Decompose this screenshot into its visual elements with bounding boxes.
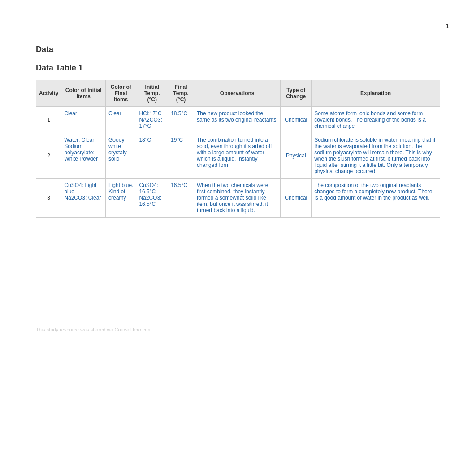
cell-color-final: Clear [106, 107, 136, 133]
section-title: Data [36, 45, 440, 54]
cell-explanation: The composition of the two original reac… [312, 179, 440, 218]
header-color-initial: Color of Initial Items [61, 80, 106, 107]
cell-final-temp: 16.5°C [168, 179, 194, 218]
cell-explanation: Some atoms form ionic bonds and some for… [312, 107, 440, 133]
cell-initial-temp: 18°C [136, 133, 168, 179]
header-color-final: Color of Final Items [106, 80, 136, 107]
header-initial-temp: Initial Temp. (°C) [136, 80, 168, 107]
header-activity: Activity [36, 80, 61, 107]
cell-color-final: Light blue. Kind of creamy [106, 179, 136, 218]
table-row: 2Water: ClearSodium polyacrylate: White … [36, 133, 440, 179]
cell-initial-temp: CuSO4: 16.5°CNa2CO3: 16.5°C [136, 179, 168, 218]
table-row: 1ClearClearHCl:17°CNA2CO3: 17°C18.5°CThe… [36, 107, 440, 133]
header-explanation: Explanation [312, 80, 440, 107]
cell-color-initial: Water: ClearSodium polyacrylate: White P… [61, 133, 106, 179]
cell-observations: When the two chemicals were first combin… [194, 179, 281, 218]
cell-type-of-change: Chemical [281, 107, 312, 133]
header-type-of-change: Type of Change [281, 80, 312, 107]
watermark: This study resource was shared via Cours… [36, 327, 152, 332]
data-table: Activity Color of Initial Items Color of… [36, 80, 440, 218]
cell-explanation: Sodium chlorate is soluble in water, mea… [312, 133, 440, 179]
cell-final-temp: 18.5°C [168, 107, 194, 133]
cell-color-initial: CuSO4: Light blueNa2CO3: Clear [61, 179, 106, 218]
cell-color-final: Gooey white crystaly solid [106, 133, 136, 179]
cell-activity: 1 [36, 107, 61, 133]
cell-initial-temp: HCl:17°CNA2CO3: 17°C [136, 107, 168, 133]
header-observations: Observations [194, 80, 281, 107]
cell-activity: 3 [36, 179, 61, 218]
cell-type-of-change: Physical [281, 133, 312, 179]
cell-observations: The new product looked the same as its t… [194, 107, 281, 133]
cell-type-of-change: Chemical [281, 179, 312, 218]
header-final-temp: Final Temp. (°C) [168, 80, 194, 107]
page-number: 1 [446, 22, 449, 30]
cell-final-temp: 19°C [168, 133, 194, 179]
table-title: Data Table 1 [36, 63, 440, 73]
cell-activity: 2 [36, 133, 61, 179]
table-row: 3CuSO4: Light blueNa2CO3: ClearLight blu… [36, 179, 440, 218]
cell-observations: The combination turned into a solid, eve… [194, 133, 281, 179]
cell-color-initial: Clear [61, 107, 106, 133]
